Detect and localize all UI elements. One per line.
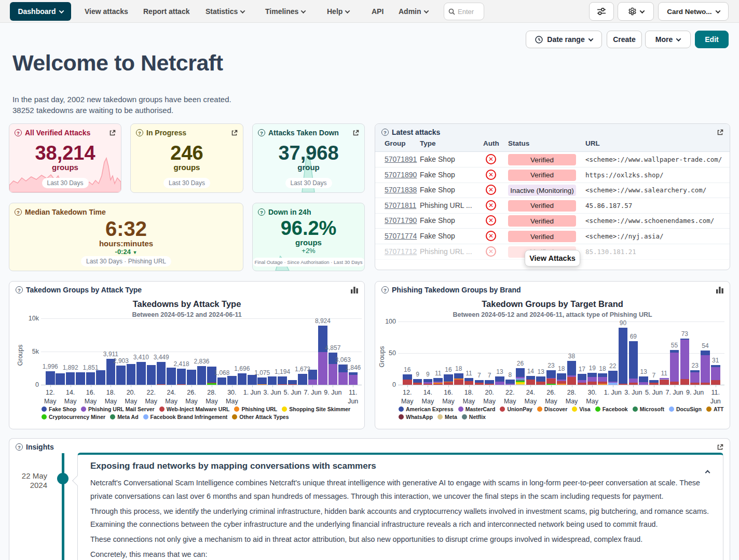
bar-segment[interactable] bbox=[557, 373, 566, 380]
legend-item[interactable]: American Express bbox=[399, 406, 454, 413]
nav-api[interactable]: API bbox=[372, 0, 384, 23]
bar-segment[interactable] bbox=[608, 371, 618, 382]
bar-segment[interactable] bbox=[598, 377, 607, 382]
bar-segment[interactable] bbox=[546, 379, 556, 384]
legend-item[interactable]: MasterCard bbox=[458, 406, 496, 413]
bar-segment[interactable] bbox=[403, 380, 412, 385]
bar-segment[interactable] bbox=[318, 352, 327, 385]
bar-segment[interactable] bbox=[567, 375, 577, 377]
legend-item[interactable]: Phishing URL Mail Server bbox=[81, 406, 155, 413]
bar-segment[interactable] bbox=[349, 372, 358, 374]
legend-item[interactable]: Cryptocurrency Miner bbox=[42, 414, 105, 421]
bar-segment[interactable] bbox=[96, 370, 105, 385]
bar-segment[interactable] bbox=[433, 384, 443, 385]
bar-segment[interactable] bbox=[413, 379, 422, 383]
bar-chart-icon[interactable] bbox=[351, 287, 358, 293]
nav-help[interactable]: Help bbox=[327, 0, 349, 23]
bar-segment[interactable] bbox=[680, 340, 690, 379]
group-link[interactable]: 57071712 bbox=[385, 247, 417, 256]
filters-button[interactable] bbox=[589, 2, 614, 21]
bar-segment[interactable] bbox=[578, 383, 587, 385]
search-input[interactable]: Enter bbox=[444, 3, 484, 20]
bar-segment[interactable] bbox=[516, 382, 525, 384]
bar-segment[interactable] bbox=[423, 382, 433, 383]
bar-segment[interactable] bbox=[475, 383, 484, 385]
bar-segment[interactable] bbox=[454, 379, 463, 380]
bar-segment[interactable] bbox=[557, 381, 566, 384]
external-link-icon[interactable] bbox=[109, 130, 116, 136]
bar-chart-icon[interactable] bbox=[716, 287, 723, 293]
bar-segment[interactable] bbox=[413, 383, 422, 385]
bar-segment[interactable] bbox=[433, 383, 443, 383]
bar-segment[interactable] bbox=[649, 380, 659, 383]
settings-button[interactable] bbox=[618, 2, 654, 21]
bar-segment[interactable] bbox=[157, 362, 166, 384]
nav-timelines[interactable]: Timelines bbox=[265, 0, 305, 23]
bar-segment[interactable] bbox=[227, 376, 237, 385]
external-link-icon[interactable] bbox=[231, 130, 238, 136]
legend-item[interactable]: Visa bbox=[572, 406, 590, 413]
bar-segment[interactable] bbox=[557, 380, 566, 381]
bar-segment[interactable] bbox=[495, 376, 504, 382]
bar-segment[interactable] bbox=[464, 381, 474, 385]
bar-segment[interactable] bbox=[516, 384, 525, 385]
legend-item[interactable]: Netflix bbox=[462, 414, 486, 421]
bar-segment[interactable] bbox=[116, 366, 126, 385]
bar-segment[interactable] bbox=[639, 376, 648, 382]
bar-segment[interactable] bbox=[217, 377, 227, 385]
bar-segment[interactable] bbox=[298, 374, 307, 385]
bar-segment[interactable] bbox=[177, 369, 186, 384]
bar-segment[interactable] bbox=[278, 376, 287, 384]
bar-segment[interactable] bbox=[136, 362, 146, 385]
nav-admin[interactable]: Admin bbox=[399, 0, 428, 23]
bar-segment[interactable] bbox=[516, 368, 525, 377]
bar-segment[interactable] bbox=[127, 364, 136, 385]
external-link-icon[interactable] bbox=[717, 444, 723, 451]
bar-segment[interactable] bbox=[567, 361, 577, 375]
bar-segment[interactable] bbox=[454, 373, 463, 379]
nav-statistics[interactable]: Statistics bbox=[206, 0, 244, 23]
bar-segment[interactable] bbox=[167, 368, 176, 385]
bar-segment[interactable] bbox=[257, 377, 267, 384]
external-link-icon[interactable] bbox=[717, 129, 723, 136]
external-link-icon[interactable] bbox=[352, 130, 359, 136]
bar-segment[interactable] bbox=[680, 379, 690, 385]
bar-segment[interactable] bbox=[505, 380, 515, 383]
legend-item[interactable]: Web-Inject Malware URL bbox=[159, 406, 230, 413]
date-range-button[interactable]: Date range bbox=[526, 31, 602, 48]
bar-segment[interactable] bbox=[495, 382, 504, 385]
bar-segment[interactable] bbox=[516, 380, 525, 381]
bar-segment[interactable] bbox=[308, 380, 318, 385]
bar-segment[interactable] bbox=[690, 372, 700, 383]
group-link[interactable]: 57071811 bbox=[385, 201, 416, 209]
card-network-selector[interactable]: Card Netwo... bbox=[658, 2, 729, 21]
bar-segment[interactable] bbox=[587, 373, 597, 377]
group-link[interactable]: 57071891 bbox=[385, 155, 417, 163]
bar-segment[interactable] bbox=[516, 379, 525, 380]
legend-item[interactable]: Microsoft bbox=[633, 406, 664, 413]
bar-segment[interactable] bbox=[268, 376, 277, 385]
bar-segment[interactable] bbox=[701, 355, 710, 383]
collapse-icon[interactable] bbox=[706, 467, 709, 477]
bar-segment[interactable] bbox=[464, 378, 474, 381]
bar-segment[interactable] bbox=[475, 380, 484, 383]
legend-item[interactable]: Other Attack Types bbox=[232, 414, 289, 421]
legend-item[interactable]: Phishing URL bbox=[234, 406, 277, 413]
legend-item[interactable]: Discover bbox=[537, 406, 567, 413]
bar-segment[interactable] bbox=[578, 380, 587, 383]
bar-segment[interactable] bbox=[536, 376, 545, 382]
bar-segment[interactable] bbox=[629, 379, 638, 383]
bar-segment[interactable] bbox=[578, 374, 587, 380]
bar-segment[interactable] bbox=[197, 366, 207, 385]
bar-segment[interactable] bbox=[66, 372, 75, 385]
bar-segment[interactable] bbox=[608, 382, 618, 383]
bar-segment[interactable] bbox=[444, 374, 453, 381]
bar-segment[interactable] bbox=[76, 372, 85, 385]
bar-segment[interactable] bbox=[660, 380, 669, 385]
bar-segment[interactable] bbox=[444, 382, 453, 382]
bar-segment[interactable] bbox=[423, 379, 433, 382]
bar-segment[interactable] bbox=[701, 383, 710, 385]
bar-segment[interactable] bbox=[288, 380, 297, 384]
bar-segment[interactable] bbox=[349, 375, 358, 385]
bar-segment[interactable] bbox=[598, 384, 607, 385]
